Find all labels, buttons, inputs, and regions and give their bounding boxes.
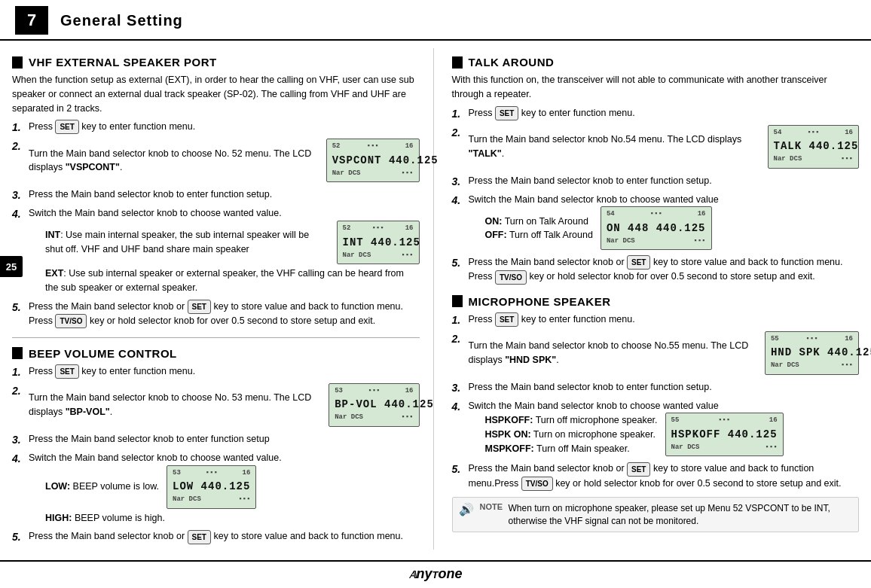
note-box: 🔊 NOTE When turn on microphone speaker, …: [452, 497, 860, 533]
page-container: 25 7 General Setting VHF EXTERNAL SPEAKE…: [0, 0, 871, 588]
tvso-key-3: TV/SO: [521, 477, 553, 491]
tvso-key-2: TV/SO: [495, 270, 527, 285]
lcd-hndspk: 55▪▪▪16 HND SPK 440.125 Nar DCS▪▪▪: [765, 331, 859, 375]
set-key-4: SET: [188, 530, 211, 544]
mic-step-3: 3. Press the Main band selector knob to …: [452, 380, 860, 396]
vhf-sub-int: INT: Use main internal speaker, the sub …: [45, 221, 420, 264]
section-bar-4: [452, 295, 463, 307]
section-bar: [12, 56, 23, 69]
set-key-6: SET: [627, 255, 650, 270]
left-column: VHF EXTERNAL SPEAKER PORT When the funct…: [12, 48, 434, 550]
lcd-bpvol: 53▪▪▪16 BP-VOL 440.125 Nar DCS▪▪▪: [329, 383, 419, 427]
content-area: VHF EXTERNAL SPEAKER PORT When the funct…: [0, 41, 871, 557]
talk-step-4: 4. Switch the Main band selector knob to…: [452, 193, 860, 253]
chapter-title: General Setting: [60, 12, 183, 29]
note-icon: 🔊: [459, 502, 474, 516]
note-text: When turn on microphone speaker, please …: [509, 502, 853, 528]
set-key-7: SET: [495, 312, 518, 327]
lcd-low: 53▪▪▪16 LOW 440.125 Nar DCS▪▪▪: [167, 465, 256, 509]
brand-logo: 𝔸nyTone: [409, 566, 463, 582]
chapter-number: 7: [15, 6, 48, 35]
beep-sub-high: HIGH: BEEP volume is high.: [45, 511, 420, 526]
section-beep-title: BEEP VOLUME CONTROL: [29, 347, 177, 360]
right-column: TALK AROUND With this function on, the t…: [449, 48, 860, 550]
section-vhf-header: VHF EXTERNAL SPEAKER PORT: [12, 56, 420, 69]
set-key-2: SET: [188, 300, 211, 314]
note-label: NOTE: [480, 502, 503, 511]
talk-step-1: 1. Press SET key to enter function menu.: [452, 106, 860, 122]
mic-step-1: 1. Press SET key to enter function menu.: [452, 312, 860, 328]
talk-sub-on: ON: Turn on Talk Around OFF: Turn off Ta…: [485, 206, 860, 250]
set-key-3: SET: [55, 364, 78, 379]
tvso-key: TV/SO: [55, 314, 87, 328]
section-beep-header: BEEP VOLUME CONTROL: [12, 347, 420, 360]
section-divider: [12, 337, 420, 338]
page-header: 7 General Setting: [0, 0, 871, 41]
vhf-step-4: 4. Switch the Main band selector knob to…: [12, 206, 420, 296]
beep-step-5: 5. Press the Main band selector knob or …: [12, 529, 420, 545]
set-key: SET: [55, 120, 78, 134]
vhf-intro: When the function setup as external (EXT…: [12, 73, 420, 115]
step-lcd-row: Turn the Main band selector knob to choo…: [29, 139, 420, 182]
mic-steps: 1. Press SET key to enter function menu.…: [452, 312, 860, 491]
page-footer: 𝔸nyTone: [0, 560, 871, 582]
mic-step-5: 5. Press the Main band selector knob or …: [452, 462, 860, 490]
section-mic-title: MICROPHONE SPEAKER: [469, 295, 611, 308]
talk-step-2: 2. Turn the Main band selector knob No.5…: [452, 125, 860, 171]
beep-step-2: 2. Turn the Main band selector knob to c…: [12, 383, 420, 429]
section-bar-3: [452, 56, 463, 69]
page-number: 25: [0, 256, 23, 277]
lcd-talk: 54▪▪▪16 TALK 440.125 Nar DCS▪▪▪: [768, 125, 859, 169]
lcd-vspcont: 52▪▪▪16 VSPCONT 440.125 Nar DCS▪▪▪: [326, 139, 420, 182]
lcd-on448: 54▪▪▪16 ON 448 440.125 Nar DCS▪▪▪: [601, 206, 712, 250]
beep-step-3: 3. Press the Main band selector knob to …: [12, 432, 420, 448]
talk-step-5: 5. Press the Main band selector knob or …: [452, 255, 860, 284]
beep-steps: 1. Press SET key to enter function menu.…: [12, 364, 420, 546]
set-key-5: SET: [495, 106, 518, 120]
beep-sub-low: LOW: BEEP volume is low. 53▪▪▪16 LOW 440…: [45, 465, 420, 509]
section-talk-header: TALK AROUND: [452, 56, 860, 69]
beep-step-1: 1. Press SET key to enter function menu.: [12, 364, 420, 380]
vhf-steps: 1. Press SET key to enter function menu.…: [12, 120, 420, 328]
vhf-step-3: 3. Press the Main band selector knob to …: [12, 187, 420, 203]
vhf-step-1: 1. Press SET key to enter function menu.: [12, 120, 420, 136]
talk-steps: 1. Press SET key to enter function menu.…: [452, 106, 860, 285]
mic-step-2: 2. Turn the Main band selector knob to c…: [452, 331, 860, 377]
set-key-8: SET: [627, 462, 650, 477]
vhf-step-5: 5. Press the Main band selector knob or …: [12, 300, 420, 328]
vhf-sub-ext: EXT: Use sub internal speaker or externa…: [45, 267, 420, 295]
talk-step-3: 3. Press the Main band selector knob to …: [452, 174, 860, 190]
lcd-hspkoff: 55▪▪▪16 HSPKOFF 440.125 Nar DCS▪▪▪: [665, 413, 784, 456]
section-mic-header: MICROPHONE SPEAKER: [452, 295, 860, 308]
talk-intro: With this function on, the transceiver w…: [452, 73, 860, 102]
section-bar-2: [12, 347, 23, 359]
section-talk-title: TALK AROUND: [469, 56, 555, 69]
mic-step-4: 4. Switch the Main band selector knob to…: [452, 399, 860, 459]
section-vhf-title: VHF EXTERNAL SPEAKER PORT: [29, 56, 217, 69]
lcd-int: 52▪▪▪16 INT 440.125 Nar DCS▪▪▪: [337, 221, 420, 264]
mic-sub-off: HSPKOFF: Turn off microphone speaker. HS…: [485, 413, 860, 456]
vhf-step-2: 2. Turn the Main band selector knob to c…: [12, 139, 420, 184]
beep-step-4: 4. Switch the Main band selector knob to…: [12, 451, 420, 527]
